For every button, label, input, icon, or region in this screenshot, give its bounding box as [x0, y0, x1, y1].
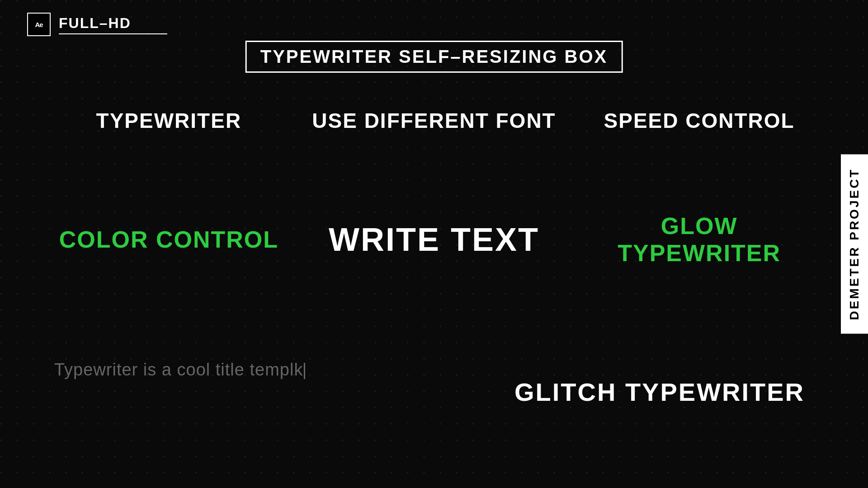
center-title-box: TYPEWRITER SELF–RESIZING BOX — [245, 41, 623, 73]
feature-typewriter-label: TYPEWRITER — [96, 108, 242, 133]
feature-different-font: USE DIFFERENT FONT — [302, 90, 567, 151]
feature-color-control-label: COLOR CONTROL — [59, 226, 278, 253]
feature-speed-control: SPEED CONTROL — [566, 90, 832, 151]
glitch-typewriter-label: GLITCH TYPEWRITER — [514, 377, 805, 407]
full-hd-container: FULL–HD — [59, 15, 167, 34]
full-hd-underline — [59, 33, 167, 34]
feature-typewriter: TYPEWRITER — [36, 90, 302, 151]
ae-logo: Ae — [27, 13, 51, 36]
feature-write-text-label: WRITE TEXT — [329, 221, 539, 258]
feature-color-control: COLOR CONTROL — [36, 194, 302, 285]
top-features-grid: TYPEWRITER USE DIFFERENT FONT SPEED CONT… — [0, 90, 868, 151]
ae-logo-text: Ae — [35, 21, 42, 28]
top-left-branding: Ae FULL–HD — [27, 13, 167, 36]
center-title-text: TYPEWRITER SELF–RESIZING BOX — [260, 47, 608, 66]
bottom-right-labels: GLITCH TYPEWRITER — [514, 377, 805, 407]
feature-glow-typewriter: GLOW TYPEWRITER — [566, 194, 832, 285]
feature-write-text: WRITE TEXT — [302, 194, 567, 285]
feature-glow-typewriter-label: GLOW TYPEWRITER — [576, 212, 823, 267]
side-label-text: DEMETER PROJECT — [847, 168, 862, 320]
feature-speed-control-label: SPEED CONTROL — [604, 108, 795, 133]
typewriter-cursor — [304, 363, 305, 379]
full-hd-label: FULL–HD — [59, 15, 167, 32]
feature-different-font-label: USE DIFFERENT FONT — [312, 108, 556, 133]
middle-features-grid: COLOR CONTROL WRITE TEXT GLOW TYPEWRITER — [0, 194, 868, 285]
typewriter-animated-text: Typewriter is a cool title templk — [54, 360, 305, 380]
typewriter-text-content: Typewriter is a cool title templk — [54, 360, 303, 379]
side-label-container: DEMETER PROJECT — [841, 155, 868, 334]
